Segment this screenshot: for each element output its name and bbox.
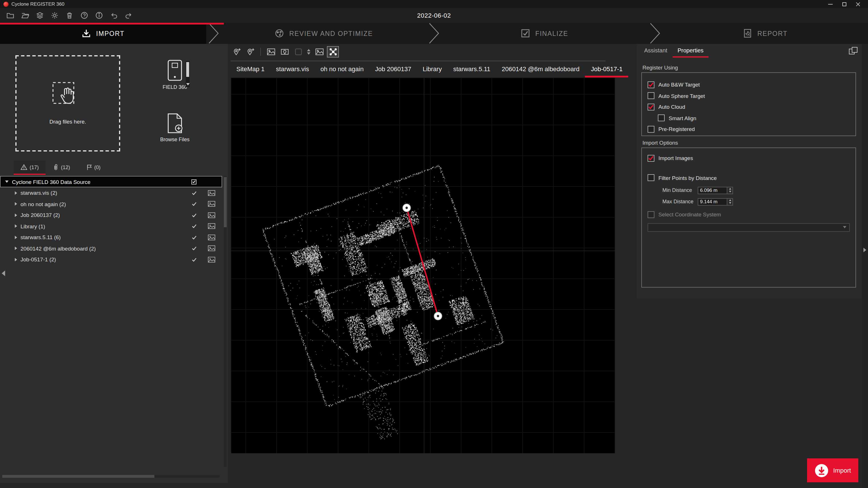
image-icon[interactable] <box>204 257 219 262</box>
tree-item[interactable]: starwars.vis (2) <box>0 187 222 198</box>
import-images-option[interactable]: Import Images <box>642 153 856 164</box>
coordinate-system-option[interactable]: Select Coordinate System <box>642 209 856 220</box>
delete-icon[interactable] <box>65 11 74 20</box>
sitemap-image-icon[interactable] <box>265 46 277 57</box>
expander-icon[interactable] <box>15 191 17 195</box>
expander-icon[interactable] <box>15 258 17 261</box>
minimize-button[interactable] <box>824 0 837 8</box>
sitemap-tab[interactable]: Library <box>417 62 447 77</box>
sitemap-tab[interactable]: oh no not again <box>315 62 369 77</box>
maximize-button[interactable] <box>837 0 851 8</box>
tree-horizontal-scrollbar[interactable] <box>2 475 220 478</box>
select-all-checkbox[interactable] <box>191 179 196 184</box>
browse-files-button[interactable]: Browse Files <box>155 113 195 142</box>
sitemap-tab[interactable]: Job-0517-1 <box>585 62 628 77</box>
tab-attachments[interactable]: (12) <box>45 161 78 175</box>
about-icon[interactable] <box>95 11 104 20</box>
tab-assistant[interactable]: Assistant <box>639 44 672 58</box>
tree-item[interactable]: Job 2060137 (2) <box>0 209 222 221</box>
field360-scrollbar[interactable] <box>186 61 190 87</box>
tool-dropdown-caret[interactable] <box>306 49 312 54</box>
register-option[interactable]: Auto Cloud <box>642 101 856 112</box>
tab-warnings[interactable]: (17) <box>14 161 45 175</box>
pointcloud-canvas[interactable] <box>231 78 615 453</box>
import-project-icon[interactable] <box>21 11 30 20</box>
min-distance-input[interactable] <box>698 187 727 194</box>
sitemap-tab[interactable]: starwars.vis <box>270 62 315 77</box>
check-icon[interactable] <box>188 201 200 207</box>
help-icon[interactable] <box>80 11 89 20</box>
sitemap-tab[interactable]: 2060142 @6m albedoboard <box>496 62 585 77</box>
workflow-step-review[interactable]: REVIEW AND OPTIMIZE <box>221 23 427 44</box>
tree-item[interactable]: Job-0517-1 (2) <box>0 254 222 265</box>
map-pin-icon[interactable] <box>279 46 290 57</box>
tree-item[interactable]: Library (1) <box>0 221 222 232</box>
drop-zone[interactable]: Drag files here. <box>16 55 120 152</box>
max-distance-input[interactable] <box>698 198 727 205</box>
tab-scroll-indicator[interactable] <box>231 60 606 62</box>
tree-item[interactable]: oh no not again (2) <box>0 198 222 209</box>
tree-item[interactable]: starwars.5.11 (6) <box>0 232 222 243</box>
workflow-step-import[interactable]: IMPORT <box>0 23 206 44</box>
sitemap-tab[interactable]: Job 2060137 <box>369 62 417 77</box>
expander-icon[interactable] <box>15 202 17 206</box>
add-setup-up-icon[interactable] <box>231 46 243 57</box>
filter-points-option[interactable]: Filter Points by Distance <box>642 172 856 183</box>
checkbox[interactable] <box>658 115 665 122</box>
image-icon[interactable] <box>204 190 219 196</box>
tab-flags[interactable]: (0) <box>78 161 110 175</box>
setup-links-tool-icon[interactable] <box>327 46 339 57</box>
layers-icon[interactable] <box>35 11 44 20</box>
coordinate-system-dropdown[interactable] <box>648 223 850 231</box>
settings-icon[interactable] <box>50 11 59 20</box>
check-icon[interactable] <box>188 246 200 251</box>
checkbox[interactable] <box>648 104 654 110</box>
min-distance-stepper[interactable] <box>727 187 733 194</box>
checkbox[interactable] <box>648 82 654 88</box>
workflow-step-finalize[interactable]: FINALIZE <box>441 23 647 44</box>
check-icon[interactable] <box>188 224 200 229</box>
register-option[interactable]: Auto Sphere Target <box>642 90 856 101</box>
add-setup-down-icon[interactable] <box>244 46 256 57</box>
collapse-left-icon[interactable] <box>2 270 5 276</box>
image-icon[interactable] <box>204 246 219 251</box>
checkbox[interactable] <box>648 93 654 99</box>
register-option[interactable]: Smart Align <box>642 112 856 124</box>
checkbox[interactable] <box>648 174 654 182</box>
check-icon[interactable] <box>188 235 200 240</box>
workflow-step-report[interactable]: REPORT <box>662 23 868 44</box>
import-button[interactable]: Import <box>807 458 858 482</box>
tree-item[interactable]: 2060142 @6m albedoboard (2) <box>0 243 222 254</box>
image-icon[interactable] <box>204 213 219 218</box>
expand-right-icon[interactable] <box>863 248 866 252</box>
close-button[interactable] <box>851 0 865 8</box>
image-icon[interactable] <box>204 235 219 240</box>
image-view-icon[interactable] <box>313 46 325 57</box>
sitemap-tab[interactable]: SiteMap 1 <box>231 62 270 77</box>
register-option[interactable]: Pre-Registered <box>642 124 856 135</box>
expander-icon[interactable] <box>15 247 17 250</box>
tab-properties[interactable]: Properties <box>672 44 709 58</box>
expander-icon[interactable] <box>15 214 17 217</box>
max-distance-stepper[interactable] <box>727 198 733 205</box>
register-option[interactable]: Auto B&W Target <box>642 79 856 90</box>
add-file-icon <box>166 113 183 133</box>
check-icon[interactable] <box>188 257 200 262</box>
checkbox[interactable] <box>648 126 654 133</box>
tree-vertical-scrollbar[interactable] <box>224 176 227 467</box>
undo-icon[interactable] <box>110 11 119 20</box>
check-icon[interactable] <box>188 190 200 196</box>
tree-root-row[interactable]: Cyclone FIELD 360 Data Source <box>0 176 222 187</box>
expander-icon[interactable] <box>15 236 17 239</box>
checkbox[interactable] <box>648 155 654 162</box>
image-icon[interactable] <box>204 224 219 229</box>
check-icon[interactable] <box>188 213 200 218</box>
open-project-icon[interactable] <box>6 11 15 20</box>
image-icon[interactable] <box>204 201 219 207</box>
layout-icon[interactable] <box>848 46 858 55</box>
redo-icon[interactable] <box>124 11 133 20</box>
checkbox[interactable] <box>648 211 654 218</box>
expander-icon[interactable] <box>5 181 8 183</box>
sitemap-tab[interactable]: starwars.5.11 <box>447 62 496 77</box>
expander-icon[interactable] <box>15 225 17 228</box>
